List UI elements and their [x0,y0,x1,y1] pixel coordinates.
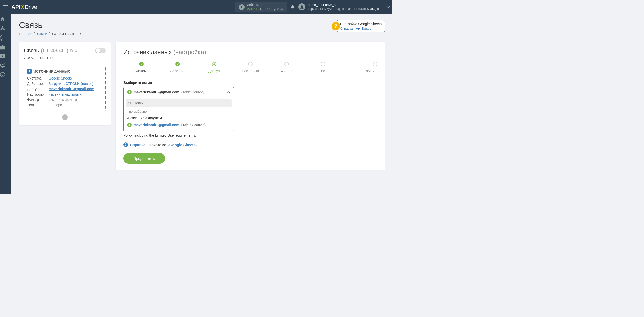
avatar-icon [298,3,305,10]
nav-home-icon[interactable] [0,16,11,21]
src-action[interactable]: Загрузить СТРОКИ (новые) [49,82,93,86]
badge-1: 1 [27,69,32,74]
notifications-icon[interactable] [290,5,295,9]
step-test[interactable]: Тест [305,62,341,73]
stepper: Система Действие Доступ Настройки Фильтр… [123,62,377,73]
connection-card: Связь (ID: 48541) ⧉ ⚙ GOOGLE SHEETS 1 ИС… [19,42,111,125]
help-video-link[interactable]: Видео [362,27,371,30]
main-content: Связь Главная/ Связи/ GOOGLE SHEETS ? На… [11,14,392,194]
gear-icon[interactable]: ⚙ [74,48,78,53]
user-icon [127,123,132,127]
login-field-label: Выберите логин [123,81,377,85]
connection-id: (ID: 48541) [41,47,68,54]
policy-text: Policy, including the Limited Use requir… [123,133,377,137]
src-system[interactable]: Google Sheets [49,76,72,80]
chevron-down-icon[interactable] [386,6,390,8]
src-test[interactable]: проверить [49,103,66,107]
nav-user-icon[interactable] [0,63,11,68]
nav-connections-icon[interactable] [0,26,11,31]
nav-help-icon[interactable]: ? [0,72,11,77]
breadcrumb-links[interactable]: Связи [37,32,47,36]
actions-label: Действия: [247,3,283,7]
search-input[interactable] [134,101,229,105]
svg-point-0 [301,5,303,7]
user-menu[interactable]: demo_apix-drive_s3 Тариф |Премиум PRO| д… [298,3,390,11]
option-group-label: Активные аккаунты [126,114,232,121]
enable-toggle[interactable] [95,48,106,53]
question-icon: ? [123,142,128,147]
dropdown-panel: - не выбрано - Активные аккаунты maveric… [124,97,234,131]
breadcrumb-current: GOOGLE SHEETS [52,32,83,36]
username: demo_apix-drive_s3 [308,3,379,7]
svg-text:?: ? [2,73,3,76]
dropdown-selected[interactable]: maverickandrii@gmail.com (Table Source) [124,87,234,97]
help-line: ? Справка по системе «Google Sheets» [123,142,377,147]
source-box: 1 ИСТОЧНИК ДАННЫХ СистемаGoogle Sheets Д… [24,66,106,111]
svg-point-9 [129,91,130,92]
help-ref-link[interactable]: Справка [340,27,353,30]
option-none[interactable]: - не выбрано - [126,107,232,114]
login-dropdown[interactable]: maverickandrii@gmail.com (Table Source) … [123,87,234,131]
hamburger-menu[interactable] [3,5,10,9]
nav-billing-icon[interactable] [0,35,11,41]
svg-rect-2 [1,29,2,30]
copy-icon[interactable]: ⧉ [70,48,73,53]
tariff-line: Тариф |Премиум PRO| до оплаты осталось 2… [308,7,379,11]
dropdown-search[interactable] [126,99,232,107]
step-finish[interactable]: Финиш [341,62,377,73]
src-filter[interactable]: изменить фильтр [49,98,77,102]
help-circle-icon[interactable]: ? [332,22,340,30]
user-icon [127,90,132,94]
connection-title: Связь [24,47,39,54]
actions-counter[interactable]: i Действия: 22'079 из 100'000 (22%) [235,2,287,13]
chevron-up-icon [227,91,230,93]
help-box: ? Настройка Google Sheets Справка ■▶ Вид… [337,20,385,32]
step-action[interactable]: Действие [159,62,196,73]
svg-rect-3 [3,29,5,30]
step-filter[interactable]: Фильтр [268,62,305,73]
breadcrumb-home[interactable]: Главная [19,32,32,36]
step-system[interactable]: Система [123,62,159,73]
logo[interactable]: APIXDrive [11,4,37,10]
config-title: Источник данных (настройка) [123,49,377,56]
nav-video-icon[interactable] [0,54,11,58]
topbar: APIXDrive i Действия: 22'079 из 100'000 … [0,0,392,14]
continue-button[interactable]: Продолжить [123,153,165,164]
svg-point-11 [129,124,130,125]
step-settings[interactable]: Настройки [232,62,268,73]
option-account[interactable]: maverickandrii@gmail.com (Table Source) [126,121,232,129]
left-sidebar: ? [0,14,11,194]
svg-point-10 [129,102,131,104]
connection-subtitle: GOOGLE SHEETS [24,56,106,62]
source-head-label: ИСТОЧНИК ДАННЫХ [34,69,70,73]
help-system-link[interactable]: Google Sheets [169,143,196,147]
info-icon: i [239,4,245,10]
help-box-title: Настройка Google Sheets [340,22,382,26]
config-card: Источник данных (настройка) Система Дейс… [116,42,385,170]
src-access[interactable]: maverickandrii@gmail.com [49,87,94,91]
svg-point-6 [2,64,4,65]
step-access[interactable]: Доступ [196,62,232,73]
page-title: Связь [19,20,83,30]
video-icon: ■▶ [356,26,360,30]
search-icon [128,101,132,105]
src-settings[interactable]: изменить настройки [49,92,82,96]
nav-briefcase-icon[interactable] [0,45,11,50]
breadcrumb: Главная/ Связи/ GOOGLE SHEETS [19,32,83,36]
svg-rect-1 [2,26,3,27]
add-destination-button[interactable]: + [62,114,68,120]
